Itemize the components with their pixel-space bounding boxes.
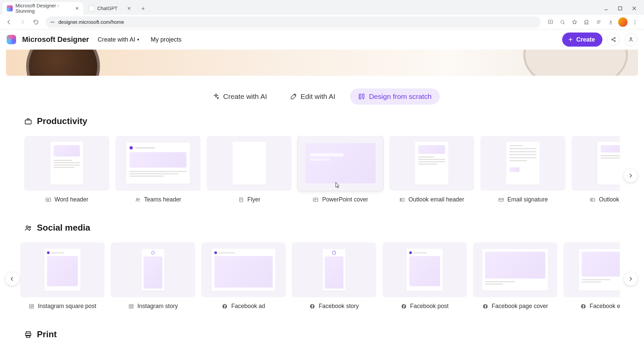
svg-point-15 bbox=[635, 23, 635, 24]
address-bar[interactable]: designer.microsoft.com/home bbox=[46, 16, 541, 28]
svg-rect-28 bbox=[25, 120, 31, 124]
carousel-next-button[interactable] bbox=[624, 272, 637, 286]
bookmark-icon[interactable] bbox=[569, 16, 580, 28]
menu-icon[interactable] bbox=[629, 16, 641, 28]
productivity-cards: Word header Teams header Flyer PowerPoin… bbox=[24, 136, 620, 203]
designer-logo[interactable] bbox=[7, 35, 16, 44]
document-icon bbox=[238, 197, 244, 203]
card-outlook-eventify[interactable]: Outlook Eventif bbox=[572, 136, 620, 203]
card-facebook-event[interactable]: Facebook event bbox=[564, 242, 620, 310]
share-button[interactable] bbox=[607, 33, 620, 46]
card-flyer[interactable]: Flyer bbox=[207, 136, 292, 203]
svg-rect-56 bbox=[26, 335, 30, 338]
close-icon[interactable]: ✕ bbox=[75, 6, 79, 11]
svg-point-44 bbox=[31, 305, 32, 307]
card-email-signature[interactable]: Email signature bbox=[480, 136, 566, 203]
nav-label: My projects bbox=[151, 36, 181, 43]
svg-point-31 bbox=[139, 199, 140, 200]
card-label-text: Teams header bbox=[144, 196, 181, 203]
card-label-text: Outlook Eventif bbox=[599, 196, 620, 203]
close-icon[interactable]: ✕ bbox=[127, 6, 131, 11]
carousel-prev-button[interactable] bbox=[5, 272, 19, 286]
nav-create-with-ai[interactable]: Create with AI ▾ bbox=[95, 34, 142, 45]
magic-wand-icon bbox=[290, 93, 297, 100]
create-button[interactable]: Create bbox=[562, 33, 602, 47]
card-facebook-ad[interactable]: Facebook ad bbox=[201, 242, 286, 310]
mail-icon bbox=[498, 197, 504, 203]
card-instagram-square[interactable]: Instagram square post bbox=[20, 242, 105, 310]
account-button[interactable] bbox=[625, 33, 637, 46]
extensions-icon[interactable] bbox=[581, 16, 592, 28]
section-print: Print bbox=[24, 329, 620, 340]
browser-tab-designer[interactable]: Microsoft Designer - Stunning ✕ bbox=[3, 2, 83, 15]
carousel-next-button[interactable] bbox=[624, 169, 637, 182]
brand-name[interactable]: Microsoft Designer bbox=[22, 35, 89, 44]
card-outlook-email-header[interactable]: Outlook email header bbox=[389, 136, 474, 203]
tab-edit-with-ai[interactable]: Edit with AI bbox=[282, 88, 343, 105]
card-label-text: Instagram square post bbox=[38, 303, 96, 310]
card-facebook-page-cover[interactable]: Facebook page cover bbox=[473, 242, 557, 310]
ruler-pencil-icon bbox=[358, 93, 366, 100]
svg-point-30 bbox=[136, 198, 138, 200]
svg-point-5 bbox=[53, 21, 54, 22]
briefcase-icon bbox=[24, 117, 32, 125]
profile-avatar[interactable] bbox=[617, 16, 629, 28]
card-word-header[interactable]: Word header bbox=[24, 136, 109, 203]
nav-my-projects[interactable]: My projects bbox=[148, 34, 184, 45]
action-tabs: Create with AI Edit with AI Design from … bbox=[0, 76, 644, 112]
reading-list-icon[interactable] bbox=[593, 16, 604, 28]
svg-line-22 bbox=[613, 40, 614, 41]
card-label-text: Email signature bbox=[507, 196, 548, 203]
card-facebook-story[interactable]: Facebook story bbox=[292, 242, 376, 310]
forward-button[interactable] bbox=[17, 16, 28, 28]
browser-toolbar: designer.microsoft.com/home bbox=[0, 15, 644, 29]
svg-line-21 bbox=[613, 38, 614, 39]
back-button[interactable] bbox=[3, 16, 15, 28]
site-info-icon[interactable] bbox=[50, 19, 55, 25]
card-label-text: Facebook event bbox=[590, 303, 620, 310]
tab-label: Design from scratch bbox=[369, 93, 432, 101]
reload-button[interactable] bbox=[30, 16, 42, 28]
card-instagram-story[interactable]: Instagram story bbox=[111, 242, 195, 310]
browser-tab-chatgpt[interactable]: ChatGPT ✕ bbox=[85, 2, 136, 15]
tab-design-from-scratch[interactable]: Design from scratch bbox=[350, 88, 440, 105]
svg-point-8 bbox=[561, 20, 564, 23]
facebook-icon bbox=[482, 303, 488, 309]
card-label-text: Facebook post bbox=[410, 303, 449, 310]
word-icon bbox=[45, 197, 51, 203]
facebook-icon bbox=[222, 303, 228, 309]
card-label-text: Facebook page cover bbox=[492, 303, 548, 310]
hero-banner bbox=[6, 50, 638, 76]
maximize-icon[interactable] bbox=[618, 6, 623, 11]
tab-title: Microsoft Designer - Stunning bbox=[15, 3, 66, 14]
card-label-text: Facebook story bbox=[319, 303, 359, 310]
close-window-icon[interactable] bbox=[632, 6, 637, 11]
svg-rect-35 bbox=[314, 198, 318, 201]
chevron-down-icon: ▾ bbox=[137, 37, 139, 42]
app-header: Microsoft Designer Create with AI ▾ My p… bbox=[0, 29, 644, 50]
svg-rect-32 bbox=[239, 198, 243, 202]
minimize-icon[interactable] bbox=[604, 6, 608, 11]
tab-create-with-ai[interactable]: Create with AI bbox=[204, 88, 275, 105]
designer-favicon bbox=[7, 5, 13, 11]
section-title: Social media bbox=[37, 223, 90, 233]
card-facebook-post[interactable]: Facebook post bbox=[382, 242, 467, 310]
card-label-text: Facebook ad bbox=[231, 303, 265, 310]
svg-point-41 bbox=[26, 226, 28, 228]
card-label-text: Word header bbox=[55, 196, 89, 203]
install-app-icon[interactable] bbox=[545, 16, 556, 28]
facebook-icon bbox=[309, 303, 315, 309]
outlook-icon bbox=[590, 197, 596, 203]
card-teams-header[interactable]: Teams header bbox=[115, 136, 201, 203]
window-controls bbox=[604, 6, 641, 15]
downloads-icon[interactable] bbox=[605, 16, 616, 28]
main-content: Productivity Word header Teams header Fl… bbox=[0, 112, 644, 340]
svg-point-23 bbox=[630, 38, 632, 39]
new-tab-button[interactable]: + bbox=[138, 4, 148, 13]
printer-icon bbox=[24, 330, 32, 339]
section-productivity: Productivity Word header Teams header Fl… bbox=[24, 116, 620, 203]
card-powerpoint-cover[interactable]: PowerPoint cover bbox=[298, 136, 383, 203]
instagram-icon bbox=[29, 303, 35, 309]
zoom-icon[interactable] bbox=[557, 16, 568, 28]
card-label-text: Outlook email header bbox=[409, 196, 464, 203]
